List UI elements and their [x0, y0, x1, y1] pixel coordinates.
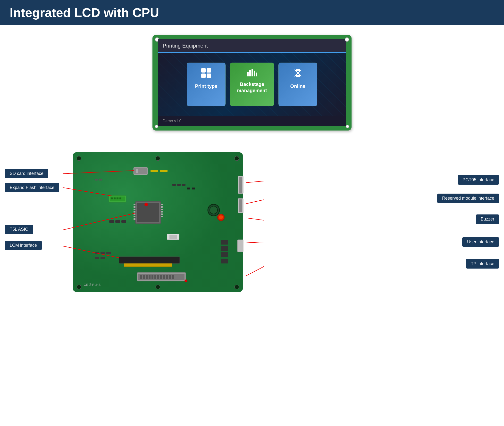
svg-rect-77 [160, 275, 162, 279]
svg-rect-91 [221, 240, 228, 245]
svg-text:CE ® RoHS: CE ® RoHS [84, 283, 101, 287]
svg-rect-6 [252, 69, 253, 76]
lcd-pcb-outer: Printing Equipment Print type [152, 35, 352, 131]
lcd-content: Print type Backstage management [158, 53, 346, 116]
svg-rect-28 [117, 197, 118, 199]
svg-rect-27 [114, 197, 116, 199]
svg-rect-9 [296, 69, 300, 71]
online-icon [293, 68, 303, 81]
svg-rect-53 [121, 220, 126, 223]
svg-point-45 [144, 203, 148, 206]
svg-rect-64 [169, 235, 177, 239]
svg-rect-4 [247, 72, 249, 76]
lcd-title-text: Printing Equipment [163, 43, 208, 49]
label-reserved: Reserved module interface [437, 194, 499, 203]
svg-point-14 [235, 156, 239, 161]
svg-rect-31 [137, 203, 159, 222]
svg-rect-41 [161, 209, 163, 210]
svg-rect-40 [161, 206, 163, 208]
svg-rect-67 [124, 266, 172, 267]
svg-point-61 [210, 206, 218, 214]
svg-rect-66 [124, 263, 172, 266]
print-type-icon [201, 68, 211, 81]
label-tp-interface: TP interface [466, 259, 499, 269]
svg-rect-49 [187, 188, 190, 189]
svg-rect-72 [146, 275, 148, 279]
svg-rect-36 [134, 213, 135, 215]
label-lcm-interface: LCM interface [5, 241, 42, 250]
svg-rect-48 [182, 184, 185, 186]
label-buzzer: Buzzer [476, 214, 499, 224]
label-user-interface: User interface [462, 237, 499, 247]
svg-rect-71 [143, 275, 145, 279]
backstage-button[interactable]: Backstage management [230, 63, 274, 106]
svg-point-16 [235, 285, 239, 289]
svg-rect-80 [169, 275, 171, 279]
svg-line-99 [246, 181, 264, 183]
svg-rect-33 [134, 206, 135, 208]
lcd-section: Printing Equipment Print type [0, 35, 504, 131]
svg-point-82 [185, 279, 187, 282]
svg-rect-55 [239, 177, 242, 193]
svg-rect-73 [149, 275, 151, 279]
page-header: Integrated LCD with CPU [0, 0, 504, 25]
svg-point-18 [156, 285, 160, 289]
lcd-screen: Printing Equipment Print type [158, 39, 346, 126]
svg-line-103 [246, 266, 264, 276]
svg-line-102 [246, 242, 264, 243]
lcd-title-bar: Printing Equipment [158, 39, 346, 53]
svg-rect-62 [237, 240, 243, 252]
svg-rect-93 [221, 252, 228, 257]
svg-rect-21 [136, 169, 138, 173]
svg-rect-26 [111, 197, 113, 199]
svg-rect-39 [161, 204, 163, 205]
svg-rect-85 [99, 179, 102, 180]
svg-rect-84 [95, 179, 98, 180]
svg-rect-34 [134, 209, 135, 210]
online-button[interactable]: Online [278, 63, 317, 106]
svg-rect-38 [134, 218, 135, 220]
svg-rect-35 [134, 211, 135, 213]
svg-point-13 [77, 156, 81, 161]
label-expand-flash: Expand Flash interface [5, 183, 59, 192]
svg-rect-32 [134, 204, 135, 205]
page-title: Integrated LCD with CPU [10, 5, 494, 20]
svg-rect-3 [207, 74, 211, 78]
svg-rect-46 [172, 184, 176, 186]
svg-rect-22 [151, 170, 158, 172]
svg-point-15 [77, 285, 81, 289]
label-pgt05: PGT05 interface [458, 175, 499, 185]
svg-rect-78 [163, 275, 165, 279]
svg-rect-88 [106, 252, 111, 254]
svg-rect-92 [221, 246, 228, 251]
svg-rect-47 [177, 184, 181, 186]
svg-rect-75 [154, 275, 156, 279]
online-label: Online [290, 83, 305, 89]
svg-rect-51 [109, 220, 114, 223]
backstage-icon [247, 68, 257, 79]
svg-rect-23 [160, 170, 168, 172]
svg-rect-8 [256, 73, 257, 76]
backstage-label: Backstage management [237, 81, 267, 94]
svg-point-17 [156, 156, 160, 161]
svg-rect-42 [161, 211, 163, 213]
svg-rect-86 [95, 252, 99, 254]
svg-rect-10 [296, 75, 300, 77]
svg-rect-5 [249, 70, 251, 76]
svg-rect-94 [221, 259, 228, 263]
label-t5l-asic: T5L ASIC [5, 225, 33, 234]
svg-rect-79 [166, 275, 168, 279]
svg-rect-29 [119, 197, 121, 199]
demo-version: Demo v1.0 [163, 119, 181, 123]
svg-rect-76 [157, 275, 159, 279]
print-type-label: Print type [195, 83, 217, 89]
svg-rect-52 [115, 220, 120, 223]
svg-rect-74 [151, 275, 153, 279]
svg-rect-65 [119, 257, 180, 263]
print-type-button[interactable]: Print type [187, 63, 226, 106]
svg-rect-50 [192, 188, 195, 189]
svg-rect-1 [207, 68, 211, 73]
svg-rect-43 [161, 213, 163, 215]
svg-line-100 [246, 200, 264, 204]
board-section: CE ® RoHS [0, 145, 504, 315]
